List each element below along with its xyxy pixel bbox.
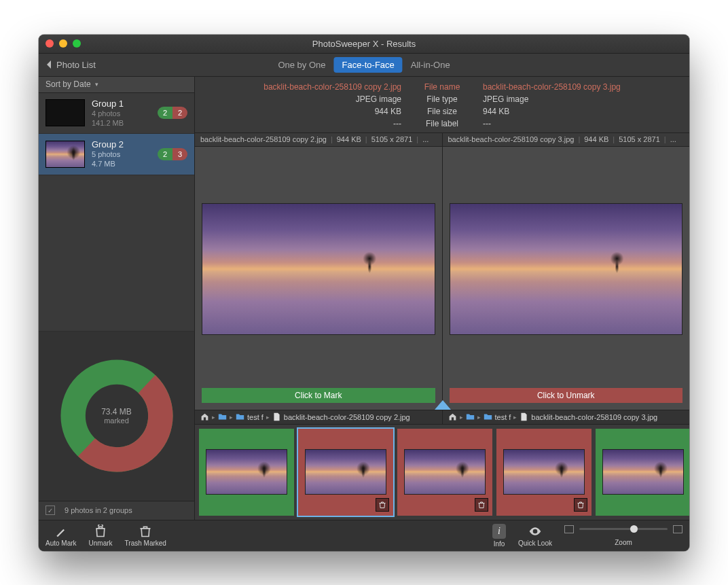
- sidebar-status: ✓ 9 photos in 2 groups: [39, 501, 194, 520]
- meta-label-label: File label: [415, 118, 469, 130]
- thumbnail-chip[interactable]: [596, 429, 689, 516]
- bottom-toolbar: Auto Mark Unmark Trash Marked i Info Qui…: [39, 520, 689, 551]
- donut-label: marked: [104, 416, 129, 425]
- eye-icon: [528, 525, 543, 538]
- chevron-down-icon: ▾: [95, 81, 98, 88]
- sidebar-group-1[interactable]: Group 1 4 photos 141.2 MB 2 2: [39, 93, 194, 135]
- crumbs-right[interactable]: ▸ ▸ test f▸ backlit-beach-color-258109 c…: [443, 410, 690, 425]
- group-name: Group 1: [92, 99, 151, 109]
- home-icon: [200, 412, 209, 421]
- fullscreen-icon[interactable]: [73, 39, 81, 48]
- pane-left: backlit-beach-color-258109 copy 2.jpg| 9…: [195, 133, 443, 410]
- zoom-in-icon[interactable]: [673, 525, 682, 533]
- trash-icon: [475, 498, 488, 512]
- group-size: 141.2 MB: [92, 118, 151, 128]
- thumbnail-chip[interactable]: [199, 429, 294, 516]
- pane-right-image[interactable]: [443, 147, 690, 388]
- sidebar: Sort by Date ▾ Group 1 4 photos 141.2 MB…: [39, 77, 195, 520]
- wand-icon: [54, 525, 69, 538]
- crumbs-left[interactable]: ▸ ▸ test f▸ backlit-beach-color-258109 c…: [195, 410, 443, 425]
- sidebar-group-2[interactable]: Group 2 5 photos 4.7 MB 2 3: [39, 134, 194, 175]
- zoom-slider[interactable]: [579, 528, 668, 530]
- info-icon: i: [492, 524, 506, 539]
- trash-marked-button[interactable]: Trash Marked: [125, 525, 166, 547]
- folder-icon: [218, 412, 227, 421]
- pane-right-dim: 5105 x 2871: [619, 135, 660, 143]
- pane-left-image[interactable]: [195, 147, 442, 388]
- pane-left-header: backlit-beach-color-258109 copy 2.jpg| 9…: [195, 133, 442, 147]
- group-thumb: [46, 99, 85, 126]
- group-name: Group 2: [92, 139, 151, 149]
- tab-face-to-face[interactable]: Face-to-Face: [334, 57, 403, 73]
- file-meta: backlit-beach-color-258109 copy 2.jpg JP…: [195, 77, 689, 133]
- badge-keep: 2: [158, 107, 172, 119]
- photo-preview: [450, 203, 683, 335]
- window-title: PhotoSweeper X - Results: [39, 39, 689, 49]
- badge-marked: 2: [172, 107, 187, 119]
- status-text: 9 photos in 2 groups: [65, 506, 132, 514]
- zoom-out-icon[interactable]: [564, 525, 574, 533]
- minimize-icon[interactable]: [59, 39, 67, 48]
- pane-left-size: 944 KB: [337, 135, 361, 143]
- thumbnail-strip[interactable]: [195, 425, 689, 520]
- photo-preview: [202, 203, 435, 335]
- close-icon[interactable]: [46, 39, 54, 48]
- pane-left-dim: 5105 x 2871: [371, 135, 413, 143]
- trash-undo-icon: [93, 525, 108, 538]
- pane-pointer: [435, 400, 451, 410]
- meta-label-size: File size: [415, 105, 469, 118]
- pane-right-size: 944 KB: [584, 135, 608, 143]
- right-filetype: JPEG image: [483, 93, 682, 105]
- left-filename: backlit-beach-color-258109 copy 2.jpg: [202, 81, 401, 93]
- info-label: Info: [494, 540, 505, 548]
- unmark-button[interactable]: Click to Unmark: [450, 388, 683, 403]
- tab-one-by-one[interactable]: One by One: [270, 57, 333, 73]
- group-count: 5 photos: [92, 149, 151, 159]
- unmark-button[interactable]: Unmark: [89, 525, 113, 547]
- left-filesize: 944 KB: [202, 105, 401, 118]
- pane-left-name: backlit-beach-color-258109 copy 2.jpg: [200, 135, 327, 143]
- group-badges: 2 3: [158, 148, 187, 160]
- pane-right: backlit-beach-color-258109 copy 3.jpg| 9…: [443, 133, 690, 410]
- app-window: PhotoSweeper X - Results Photo List One …: [39, 35, 689, 551]
- unmark-label: Unmark: [89, 539, 113, 547]
- main: backlit-beach-color-258109 copy 2.jpg JP…: [195, 77, 689, 520]
- folder-icon: [236, 412, 244, 421]
- path-crumbs: ▸ ▸ test f▸ backlit-beach-color-258109 c…: [195, 410, 689, 425]
- checkbox-icon[interactable]: ✓: [46, 506, 55, 515]
- crumb-folder: test f: [495, 413, 511, 421]
- zoom-control: Zoom: [564, 525, 682, 546]
- pane-left-extra: ...: [422, 135, 429, 143]
- crumb-folder: test f: [247, 413, 263, 421]
- file-icon: [272, 412, 281, 421]
- crumb-file: backlit-beach-color-258109 copy 3.jpg: [531, 413, 657, 421]
- view-mode-tabs: One by One Face-to-Face All-in-One: [270, 57, 458, 73]
- quicklook-button[interactable]: Quick Look: [518, 525, 552, 547]
- left-filetype: JPEG image: [202, 93, 401, 105]
- group-list: Group 1 4 photos 141.2 MB 2 2 Group 2 5 …: [39, 93, 194, 175]
- tab-all-in-one[interactable]: All-in-One: [403, 57, 458, 73]
- mark-button[interactable]: Click to Mark: [202, 388, 435, 403]
- meta-label-type: File type: [415, 93, 469, 105]
- thumbnail-chip[interactable]: [397, 429, 492, 516]
- back-label: Photo List: [56, 60, 96, 70]
- automark-button[interactable]: Auto Mark: [46, 525, 77, 547]
- info-button[interactable]: i Info: [492, 524, 506, 548]
- thumbnail-chip[interactable]: [298, 429, 393, 516]
- folder-icon: [466, 412, 475, 421]
- titlebar: PhotoSweeper X - Results: [39, 35, 689, 54]
- toolbar: Photo List One by One Face-to-Face All-i…: [39, 54, 689, 77]
- trash-icon: [138, 525, 153, 538]
- thumbnail-chip[interactable]: [496, 429, 592, 516]
- body: Sort by Date ▾ Group 1 4 photos 141.2 MB…: [39, 77, 689, 520]
- group-count: 4 photos: [92, 109, 151, 118]
- photo-thumb: [503, 449, 585, 495]
- folder-icon: [484, 412, 492, 421]
- photo-thumb: [305, 449, 386, 495]
- group-badges: 2 2: [158, 107, 187, 119]
- donut-chart: 73.4 MB marked: [39, 331, 194, 501]
- back-button[interactable]: Photo List: [46, 60, 96, 70]
- sort-dropdown[interactable]: Sort by Date ▾: [39, 77, 194, 93]
- photo-thumb: [602, 449, 684, 495]
- trash-label: Trash Marked: [125, 539, 166, 547]
